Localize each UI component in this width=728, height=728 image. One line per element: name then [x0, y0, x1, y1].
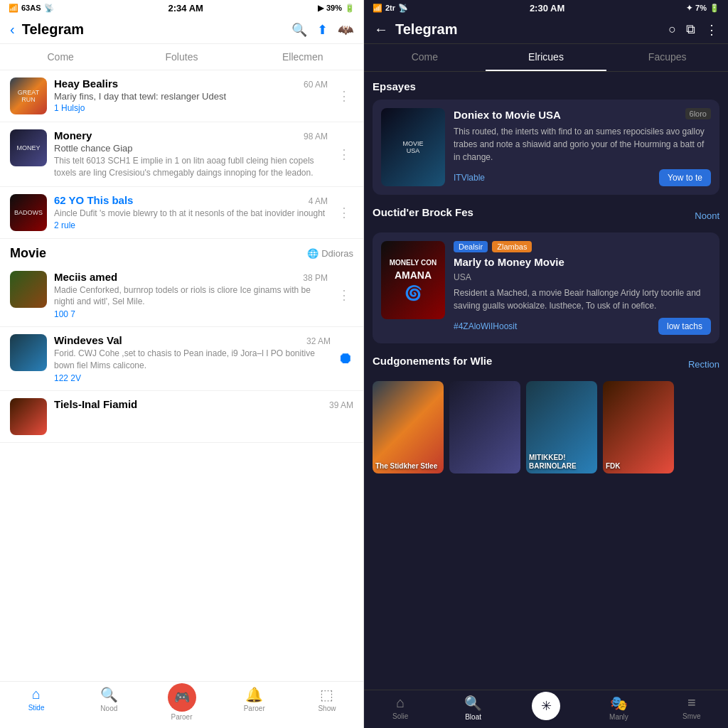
- chat-subtitle-1: Mariy fins, I day that tewl: reslanger U…: [54, 91, 328, 102]
- nav-center-right[interactable]: ✳: [510, 695, 582, 721]
- chat-time-5: 32 AM: [306, 336, 331, 346]
- movie-section-action[interactable]: 🌐 Ddioras: [307, 248, 353, 259]
- wifi-icon: 📡: [44, 4, 54, 13]
- outside-card-bottom: #4ZAloWiIHoosit low tachs: [454, 318, 711, 335]
- bottom-nav-right: ⌂ Solie 🔍 Bloat ✳ 🎭 Manly ≡ Smve: [364, 690, 728, 728]
- featured-card-link[interactable]: ITVlable: [454, 173, 485, 183]
- movie-section-header: Movie 🌐 Ddioras: [0, 239, 363, 264]
- tab-come-left[interactable]: Come: [0, 44, 121, 70]
- chat-header-5: Windeves Val 32 AM: [54, 334, 331, 346]
- chat-name-3: 62 YO This bals: [54, 194, 133, 206]
- copy-icon-right[interactable]: ⧉: [686, 22, 695, 37]
- chat-time-2: 98 AM: [304, 132, 328, 141]
- bell-icon-left: 🔔: [245, 686, 263, 703]
- profile-icon-left[interactable]: 🦇: [338, 22, 353, 38]
- outside-card-desc: Resident a Mached, a movie Beair hallong…: [454, 287, 711, 312]
- tag-zlambas: Zlambas: [492, 241, 532, 252]
- chat-header-1: Heay Bealirs 60 AM: [54, 77, 328, 90]
- nav-solie[interactable]: ⌂ Solie: [364, 695, 437, 721]
- outside-card-hashtag[interactable]: #4ZAloWiIHoosit: [454, 321, 517, 331]
- outside-watch-btn[interactable]: low tachs: [658, 318, 711, 335]
- circle-icon-right[interactable]: ○: [668, 22, 676, 37]
- rec-thumb-3[interactable]: MITIKKED! BARINOLARE: [526, 381, 597, 473]
- rec-section-title: Cudgonements for Wl‌ie: [373, 355, 492, 367]
- battery-right: 7%: [695, 4, 707, 12]
- featured-card-thumb: MOVIEUSA: [381, 108, 445, 186]
- search-icon-left[interactable]: 🔍: [291, 22, 307, 38]
- signal-info-right: 📶 2tr 📡: [373, 4, 408, 13]
- chat-preview-2: This telt 6013 SCH1 E implie in 1 on lit…: [54, 155, 328, 179]
- rec-thumb-2[interactable]: [449, 381, 520, 473]
- chat-name-1: Heay Bealirs: [54, 77, 118, 90]
- chat-name-2: Monery: [54, 129, 92, 141]
- bluetooth-icon: ✦: [686, 4, 692, 13]
- chat-item-windeves[interactable]: Windeves Val 32 AM Forid. CWJ Cohe ,set …: [0, 327, 363, 391]
- upload-icon-left[interactable]: ⬆: [317, 22, 328, 38]
- outside-section-action[interactable]: Noont: [695, 210, 719, 221]
- outside-card-info: Dealsir Zlambas Marly to Money Movie USA…: [454, 241, 711, 335]
- tab-ellecmen[interactable]: Ellecmen: [242, 44, 363, 70]
- nav-bloat[interactable]: 🔍 Bloat: [437, 695, 509, 721]
- nav-manly-label: Manly: [609, 713, 628, 721]
- header-left: ‹ Telegram 🔍 ⬆ 🦇: [0, 16, 363, 44]
- chat-time-4: 38 PM: [303, 273, 328, 283]
- chat-thumb-1: GREAT RUN: [10, 77, 47, 114]
- tab-elricues[interactable]: Elricues: [486, 44, 607, 71]
- nav-stide[interactable]: ⌂ Stide: [0, 686, 73, 721]
- chat-preview-4: Madie Cenforked, burnrop todels or riols…: [54, 284, 328, 309]
- tab-folutes[interactable]: Folutes: [121, 44, 242, 70]
- nav-show[interactable]: ⬚ Show: [291, 686, 363, 721]
- tab-come-right[interactable]: Come: [364, 44, 486, 71]
- outside-card[interactable]: MONELY CON AMANA 🌀 Dealsir Zlambas Marly…: [373, 232, 719, 343]
- rec-section-action[interactable]: Rection: [688, 359, 719, 370]
- chat-header-6: Tiels-Inal Fiamid 39 AM: [54, 398, 353, 410]
- globe-icon: 🌐: [307, 248, 318, 259]
- battery-icon-right: 🔋: [710, 4, 719, 13]
- nav-paroer-label: Paroer: [171, 713, 193, 721]
- rec-label-1: The Stidkher Stlee: [375, 462, 441, 471]
- center-btn-right[interactable]: ✳: [532, 692, 560, 720]
- chat-tag-4: 100 ‌7: [54, 309, 328, 319]
- nav-solie-label: Solie: [392, 712, 408, 720]
- tag-dealsir: Dealsir: [454, 241, 488, 252]
- chat-item-tiels[interactable]: Tiels-Inal Fiamid 39 AM: [0, 391, 363, 443]
- nav-center-left[interactable]: 🎮 Paroer: [145, 686, 218, 721]
- chat-content-1: Heay Bealirs 60 AM Mariy fins, I day tha…: [54, 77, 328, 113]
- nav-smve[interactable]: ≡ Smve: [655, 695, 728, 721]
- back-button-left[interactable]: ‹: [10, 21, 15, 38]
- chat-content-2: Monery 98 AM Rottle chance Giap This tel…: [54, 129, 328, 179]
- nav-stide-label: Stide: [28, 704, 45, 712]
- rec-section-header: Cudgonements for Wl‌ie Rection: [373, 355, 719, 374]
- chat-content-4: Meciis amed 38 PM Madie Cenforked, burnr…: [54, 271, 328, 320]
- chat-more-2[interactable]: ⋮: [335, 146, 353, 162]
- center-btn-left[interactable]: 🎮: [168, 683, 196, 712]
- back-button-right[interactable]: ←: [374, 21, 388, 38]
- chat-more-1[interactable]: ⋮: [335, 88, 353, 104]
- featured-watch-btn[interactable]: Yow to t‌e: [659, 169, 711, 186]
- chat-more-3[interactable]: ⋮: [335, 205, 353, 220]
- more-icon-right[interactable]: ⋮: [705, 22, 718, 38]
- outside-card-tags: Dealsir Zlambas: [454, 241, 711, 252]
- featured-card[interactable]: MOVIEUSA Doniex to Movie USA 6loro This …: [373, 100, 719, 195]
- rec-thumb-1[interactable]: The Stidkher Stlee: [373, 381, 444, 473]
- search-icon-nav-left: 🔍: [100, 686, 118, 703]
- battery-icon-left: 🔋: [345, 4, 355, 13]
- chat-item-monery[interactable]: MONEY Monery 98 AM Rottle chance Giap Th…: [0, 122, 363, 187]
- chat-more-4[interactable]: ⋮: [335, 287, 353, 303]
- chat-item-yo[interactable]: BADOWS 62 YO This bals 4 AM Aincle Dufit…: [0, 187, 363, 239]
- tab-facupes[interactable]: Facupes: [606, 44, 728, 71]
- chat-item-meciis[interactable]: Meciis amed 38 PM Madie Cenforked, burnr…: [0, 264, 363, 328]
- nav-show-label: Show: [318, 705, 336, 712]
- outside-card-country: USA: [454, 272, 711, 282]
- chat-item-heay[interactable]: GREAT RUN Heay Bealirs 60 AM Mariy fins,…: [0, 70, 363, 122]
- chat-content-3: 62 YO This bals 4 AM Aincle Dufit 's mov…: [54, 194, 328, 231]
- nav-bell[interactable]: 🔔 Paroer: [218, 686, 291, 721]
- right-panel: 📶 2tr 📡 2:30 AM ✦ 7% 🔋 ← Telegram ○ ⧉ ⋮ …: [364, 0, 728, 728]
- rec-thumb-4[interactable]: FDK: [603, 381, 674, 473]
- manly-icon-right: 🎭: [610, 695, 628, 712]
- nav-manly[interactable]: 🎭 Manly: [582, 695, 655, 721]
- nav-nood[interactable]: 🔍 Nood: [73, 686, 145, 721]
- featured-card-info: Doniex to Movie USA 6loro This routed, t…: [454, 108, 711, 186]
- chat-tag-3: 2 rule: [54, 220, 328, 230]
- chat-thumb-5: [10, 334, 47, 371]
